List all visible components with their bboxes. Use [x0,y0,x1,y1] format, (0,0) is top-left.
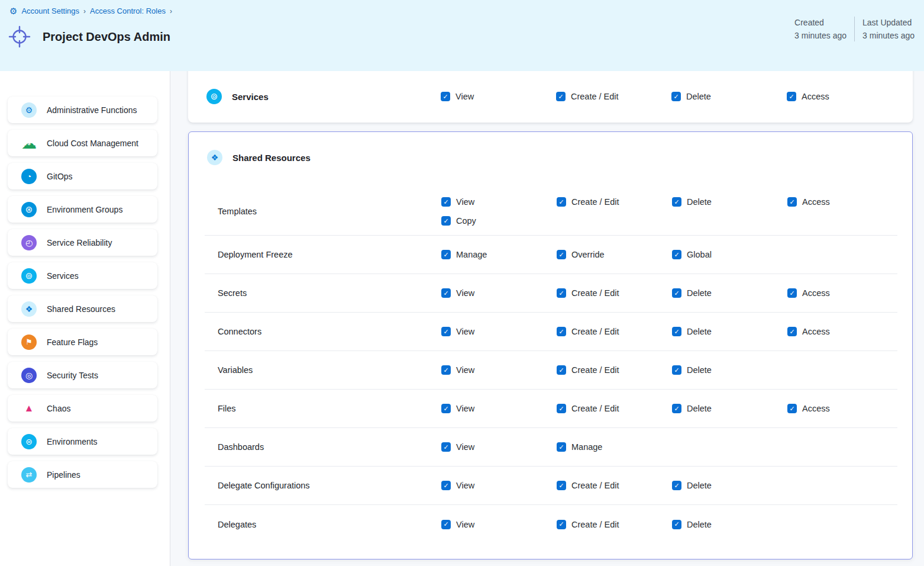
sidebar-item-environment-groups[interactable]: ⊛ Environment Groups [8,196,157,223]
permission-col-view: ✓ View [441,92,556,101]
checkbox-checked-icon: ✓ [557,442,566,452]
checkbox-delete[interactable]: ✓ Delete [671,92,787,101]
checkbox-label: Create / Edit [571,327,619,336]
checkbox-label: View [456,520,474,529]
checkbox-create-edit[interactable]: ✓ Create / Edit [556,92,671,101]
breadcrumb-account-settings[interactable]: Account Settings [21,7,79,15]
services-permission-row: ⊚ Services ✓ View ✓ Create / Edit ✓ Dele… [188,82,913,111]
checkbox-label: Delete [687,288,712,298]
checkbox-checked-icon: ✓ [441,250,451,259]
checkbox-checked-icon: ✓ [672,365,681,375]
permission-col: ✓ Delete [672,187,787,207]
checkbox-delete[interactable]: ✓ Delete [672,288,787,298]
checkbox-checked-icon: ✓ [557,250,566,259]
checkbox-delete[interactable]: ✓ Delete [672,481,787,490]
checkbox-checked-icon: ✓ [441,92,450,101]
sidebar-item-shared-resources[interactable]: ❖ Shared Resources [8,295,157,322]
sidebar-item-administrative-functions[interactable]: ⚙ Administrative Functions [8,97,157,123]
sidebar-item-label: Pipelines [47,470,80,480]
checkbox-label: Access [802,197,830,207]
checkbox-create-edit[interactable]: ✓ Create / Edit [557,365,672,375]
checkbox-label: Delete [687,365,712,375]
sidebar-item-gitops[interactable]: ◔ GitOps [8,163,157,189]
checkbox-copy[interactable]: ✓ Copy [441,216,557,226]
settings-gear-icon[interactable]: ⚙ [9,7,17,15]
services-icon: ⊚ [21,268,37,284]
last-updated-block: Last Updated 3 minutes ago [862,17,915,41]
sidebar-item-service-reliability[interactable]: ◴ Service Reliability [8,229,157,256]
checkbox-label: Delete [687,327,712,336]
checkbox-create-edit[interactable]: ✓ Create / Edit [557,520,672,529]
checkbox-view[interactable]: ✓ View [441,288,557,298]
checkbox-global[interactable]: ✓ Global [672,250,787,259]
checkbox-view[interactable]: ✓ View [441,404,557,413]
checkbox-override[interactable]: ✓ Override [557,250,672,259]
checkbox-checked-icon: ✓ [672,327,681,336]
resource-label: Delegate Configurations [218,481,441,490]
checkbox-create-edit[interactable]: ✓ Create / Edit [557,197,672,207]
permission-col: ✓ Create / Edit [557,404,672,413]
checkbox-create-edit[interactable]: ✓ Create / Edit [557,288,672,298]
checkbox-view[interactable]: ✓ View [441,327,557,336]
permission-col: ✓ Access [787,187,897,207]
checkbox-view[interactable]: ✓ View [441,481,557,490]
checkbox-checked-icon: ✓ [557,520,566,529]
checkbox-view[interactable]: ✓ View [441,520,557,529]
checkbox-delete[interactable]: ✓ Delete [672,365,787,375]
checkbox-view[interactable]: ✓ View [441,365,557,375]
checkbox-access[interactable]: ✓ Access [787,327,897,336]
checkbox-create-edit[interactable]: ✓ Create / Edit [557,481,672,490]
resource-label: Files [218,404,441,413]
checkbox-label: View [456,327,474,336]
checkbox-label: View [456,288,474,298]
checkbox-access[interactable]: ✓ Access [787,197,897,207]
checkbox-delete[interactable]: ✓ Delete [672,327,787,336]
resource-label: Connectors [218,327,441,336]
checkbox-checked-icon: ✓ [441,442,451,452]
created-value: 3 minutes ago [794,30,847,41]
sidebar-item-security-tests[interactable]: ◎ Security Tests [8,362,157,388]
permission-col: ✓ Global [672,250,787,259]
sidebar-item-feature-flags[interactable]: ⚑ Feature Flags [8,329,157,355]
checkbox-checked-icon: ✓ [787,404,797,413]
sidebar-item-chaos[interactable]: ▲ Chaos [8,395,157,422]
resource-label: Dashboards [218,442,441,452]
checkbox-label: Create / Edit [571,365,619,375]
checkbox-access[interactable]: ✓ Access [787,288,897,298]
checkbox-create-edit[interactable]: ✓ Create / Edit [557,404,672,413]
checkbox-view[interactable]: ✓ View [441,197,557,207]
page-title: Project DevOps Admin [43,30,170,44]
checkbox-manage[interactable]: ✓ Manage [557,442,672,452]
breadcrumb-access-control-roles[interactable]: Access Control: Roles [90,7,166,15]
sidebar-item-pipelines[interactable]: ⇄ Pipelines [8,461,157,488]
resource-row-delegates: Delegates ✓ View ✓ Create / Edit ✓ Delet… [205,505,897,544]
checkbox-checked-icon: ✓ [557,365,566,375]
resource-row-files: Files ✓ View ✓ Create / Edit ✓ Delete ✓ … [205,390,897,428]
checkbox-create-edit[interactable]: ✓ Create / Edit [557,327,672,336]
sidebar-item-label: Cloud Cost Management [47,139,138,148]
sidebar-item-services[interactable]: ⊚ Services [8,262,157,289]
checkbox-view[interactable]: ✓ View [441,442,557,452]
checkbox-delete[interactable]: ✓ Delete [672,520,787,529]
checkbox-delete[interactable]: ✓ Delete [672,404,787,413]
checkbox-label: Create / Edit [571,92,619,101]
permission-col: ✓ Manage [557,442,672,452]
checkbox-label: Manage [571,442,602,452]
checkbox-checked-icon: ✓ [672,404,681,413]
permission-col: ✓ View [441,288,557,298]
checkbox-checked-icon: ✓ [441,520,451,529]
checkbox-label: View [456,442,474,452]
sidebar-item-environments[interactable]: ⊜ Environments [8,428,157,455]
checkbox-manage[interactable]: ✓ Manage [441,250,557,259]
checkbox-delete[interactable]: ✓ Delete [672,197,787,207]
created-label: Created [794,17,847,28]
checkbox-view[interactable]: ✓ View [441,92,556,101]
permission-col: ✓ Create / Edit [557,327,672,336]
sidebar-item-cloud-cost-management[interactable]: ☁ $ Cloud Cost Management [8,130,157,156]
checkbox-access[interactable]: ✓ Access [787,404,897,413]
checkbox-checked-icon: ✓ [557,481,566,490]
checkbox-checked-icon: ✓ [787,288,797,298]
checkbox-access[interactable]: ✓ Access [787,92,913,101]
permission-col: ✓ View [441,365,557,375]
resource-label: Variables [218,365,441,375]
